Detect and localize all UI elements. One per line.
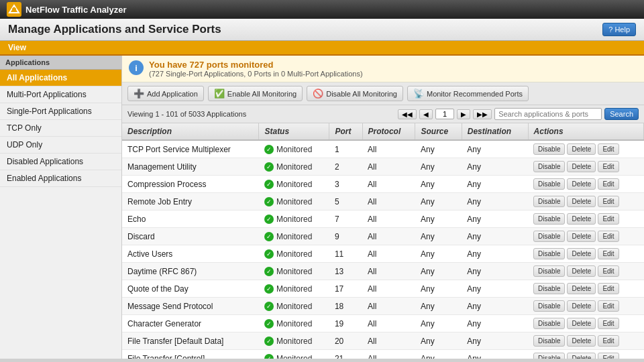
search-input[interactable] (494, 108, 602, 120)
cell-source: Any (415, 193, 462, 210)
delete-button[interactable]: Delete (567, 213, 596, 225)
sidebar-item-udp-only[interactable]: UDP Only (0, 137, 121, 154)
cell-source: Any (415, 315, 462, 333)
table-body: TCP Port Service Multiplexer✓Monitored1A… (122, 140, 644, 359)
edit-button[interactable]: Edit (598, 248, 619, 259)
next-page-button[interactable]: ▶ (457, 109, 470, 119)
applications-table: Description Status Port Protocol Source … (122, 123, 644, 359)
sidebar-item-multi-port[interactable]: Multi-Port Applications (0, 86, 121, 103)
status-text: Monitored (276, 215, 312, 224)
edit-button[interactable]: Edit (598, 143, 619, 155)
first-page-button[interactable]: ◀◀ (398, 109, 417, 119)
delete-button[interactable]: Delete (567, 283, 596, 294)
disable-button[interactable]: Disable (533, 318, 565, 329)
sidebar-item-all-applications[interactable]: All Applications (0, 70, 121, 86)
edit-button[interactable]: Edit (598, 300, 619, 312)
monitor-recommended-button[interactable]: 📡 Monitor Recommended Ports (407, 86, 529, 101)
disable-button[interactable]: Disable (533, 353, 565, 359)
prev-page-button[interactable]: ◀ (419, 109, 433, 119)
cell-port: 19 (329, 315, 362, 333)
disable-button[interactable]: Disable (533, 283, 565, 294)
edit-button[interactable]: Edit (598, 265, 619, 277)
edit-button[interactable]: Edit (598, 231, 619, 242)
page-number-input[interactable] (435, 109, 454, 119)
cell-destination: Any (462, 140, 528, 158)
delete-button[interactable]: Delete (567, 161, 596, 172)
monitored-icon: ✓ (264, 267, 274, 276)
sidebar-item-single-port[interactable]: Single-Port Applications (0, 103, 121, 120)
info-text: You have 727 ports monitored (727 Single… (149, 60, 363, 78)
delete-button[interactable]: Delete (567, 318, 596, 329)
cell-protocol: All (362, 333, 415, 350)
cell-destination: Any (462, 315, 528, 333)
edit-button[interactable]: Edit (598, 335, 619, 347)
table-row: Message Send Protocol✓Monitored18AllAnyA… (122, 298, 644, 315)
disable-button[interactable]: Disable (533, 248, 565, 259)
edit-button[interactable]: Edit (598, 213, 619, 225)
disable-button[interactable]: Disable (533, 300, 565, 312)
disable-button[interactable]: Disable (533, 161, 565, 172)
disable-button[interactable]: Disable (533, 335, 565, 347)
cell-protocol: All (362, 210, 415, 228)
disable-button[interactable]: Disable (533, 143, 565, 155)
cell-destination: Any (462, 210, 528, 228)
delete-button[interactable]: Delete (567, 196, 596, 207)
disable-button[interactable]: Disable (533, 231, 565, 242)
cell-description: Management Utility (122, 158, 259, 176)
delete-button[interactable]: Delete (567, 248, 596, 259)
delete-button[interactable]: Delete (567, 300, 596, 312)
delete-button[interactable]: Delete (567, 143, 596, 155)
cell-description: TCP Port Service Multiplexer (122, 140, 259, 158)
cell-destination: Any (462, 333, 528, 350)
edit-button[interactable]: Edit (598, 196, 619, 207)
table-row: Remote Job Entry✓Monitored5AllAnyAny Dis… (122, 193, 644, 210)
table-row: Character Generator✓Monitored19AllAnyAny… (122, 315, 644, 333)
status-text: Monitored (276, 232, 312, 241)
edit-button[interactable]: Edit (598, 353, 619, 359)
help-button[interactable]: ? Help (602, 23, 636, 36)
cell-actions: Disable Delete Edit (528, 210, 643, 228)
enable-all-button[interactable]: ✅ Enable All Monitoring (208, 86, 303, 101)
sidebar-item-tcp-only[interactable]: TCP Only (0, 120, 121, 137)
edit-button[interactable]: Edit (598, 318, 619, 329)
delete-button[interactable]: Delete (567, 231, 596, 242)
cell-actions: Disable Delete Edit (528, 193, 643, 210)
view-tab[interactable]: View (0, 41, 644, 56)
disable-all-icon: 🚫 (313, 88, 323, 99)
edit-button[interactable]: Edit (598, 178, 619, 190)
edit-button[interactable]: Edit (598, 283, 619, 294)
cell-status: ✓Monitored (259, 245, 329, 263)
disable-all-button[interactable]: 🚫 Disable All Monitoring (307, 86, 403, 101)
disable-button[interactable]: Disable (533, 196, 565, 207)
table-row: Discard✓Monitored9AllAnyAny Disable Dele… (122, 228, 644, 245)
cell-destination: Any (462, 245, 528, 263)
cell-status: ✓Monitored (259, 315, 329, 333)
disable-button[interactable]: Disable (533, 265, 565, 277)
status-text: Monitored (276, 197, 312, 206)
search-button[interactable]: Search (604, 108, 639, 120)
sidebar-item-disabled[interactable]: Disabled Applications (0, 154, 121, 170)
delete-button[interactable]: Delete (567, 335, 596, 347)
table-row: Active Users✓Monitored11AllAnyAny Disabl… (122, 245, 644, 263)
sidebar-item-enabled[interactable]: Enabled Applications (0, 170, 121, 187)
disable-button[interactable]: Disable (533, 178, 565, 190)
status-text: Monitored (276, 354, 312, 359)
cell-destination: Any (462, 176, 528, 193)
status-text: Monitored (276, 319, 312, 328)
disable-button[interactable]: Disable (533, 213, 565, 225)
delete-button[interactable]: Delete (567, 265, 596, 277)
cell-source: Any (415, 245, 462, 263)
table-header-row: Description Status Port Protocol Source … (122, 123, 644, 140)
last-page-button[interactable]: ▶▶ (473, 109, 492, 119)
cell-status: ✓Monitored (259, 298, 329, 315)
cell-source: Any (415, 176, 462, 193)
col-status: Status (259, 123, 329, 140)
table-row: Daytime (RFC 867)✓Monitored13AllAnyAny D… (122, 263, 644, 280)
edit-button[interactable]: Edit (598, 161, 619, 172)
cell-source: Any (415, 140, 462, 158)
col-protocol: Protocol (362, 123, 415, 140)
add-application-button[interactable]: ➕ Add Application (127, 86, 204, 101)
cell-destination: Any (462, 298, 528, 315)
delete-button[interactable]: Delete (567, 178, 596, 190)
delete-button[interactable]: Delete (567, 353, 596, 359)
